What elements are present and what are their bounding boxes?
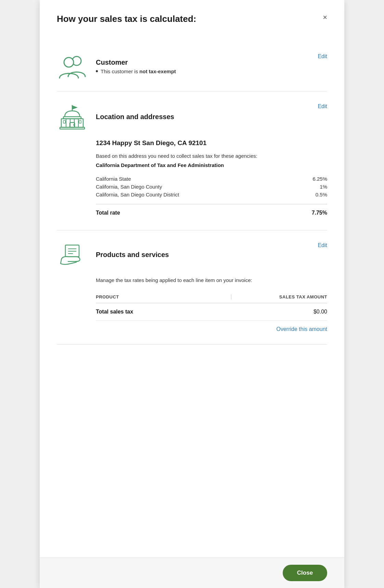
products-section-header: Products and services Edit <box>57 242 327 270</box>
customer-icon <box>57 53 88 79</box>
customer-title-area: Customer This customer is not tax-exempt <box>96 59 311 74</box>
tax-rate-row-1: California, San Diego County 1% <box>96 183 327 191</box>
col-product-header: PRODUCT <box>96 294 231 299</box>
total-rate-value: 7.75% <box>312 210 327 216</box>
tax-rate-row-0: California State 6.25% <box>96 175 327 183</box>
customer-section: Customer This customer is not tax-exempt… <box>57 41 327 91</box>
products-desc: Manage the tax rates being applied to ea… <box>96 277 327 284</box>
bullet-dot <box>96 70 98 72</box>
location-content: 1234 Happy St San Diego, CA 92101 Based … <box>96 139 327 218</box>
modal-container: How your sales tax is calculated: × <box>40 0 344 588</box>
products-edit-link[interactable]: Edit <box>311 242 327 248</box>
customer-icon-area: Customer This customer is not tax-exempt <box>57 53 311 79</box>
agency-name: California Department of Tax and Fee Adm… <box>96 162 327 168</box>
products-title: Products and services <box>96 251 311 259</box>
location-section-header: Location and addresses Edit <box>57 103 327 132</box>
products-icon <box>57 242 88 270</box>
svg-point-10 <box>73 125 74 126</box>
override-link[interactable]: Override this amount <box>276 326 327 332</box>
modal-title: How your sales tax is calculated: <box>57 14 196 24</box>
products-title-area: Products and services <box>96 251 311 261</box>
tax-rate-label-0: California State <box>96 176 131 182</box>
customer-edit-link[interactable]: Edit <box>311 53 327 60</box>
tax-rate-label-1: California, San Diego County <box>96 184 162 190</box>
row-tax-0: $0.00 <box>231 309 327 315</box>
col-tax-header: SALES TAX AMOUNT <box>231 294 327 299</box>
svg-rect-13 <box>79 120 81 123</box>
customer-title: Customer <box>96 59 311 66</box>
products-icon-area: Products and services <box>57 242 311 270</box>
products-table-header: PRODUCT SALES TAX AMOUNT <box>96 294 327 303</box>
location-icon <box>57 103 88 132</box>
products-section: Products and services Edit Manage the ta… <box>57 230 327 345</box>
location-address: 1234 Happy St San Diego, CA 92101 <box>96 139 327 147</box>
location-icon-area: Location and addresses <box>57 103 311 132</box>
products-content: Manage the tax rates being applied to ea… <box>96 277 327 333</box>
modal-header: How your sales tax is calculated: × <box>57 14 327 24</box>
customer-status-text: This customer is not tax-exempt <box>101 68 176 74</box>
location-title: Location and addresses <box>96 113 311 121</box>
svg-point-1 <box>64 57 74 67</box>
location-section: Location and addresses Edit 1234 Happy S… <box>57 91 327 230</box>
tax-rate-value-2: 0.5% <box>316 192 327 197</box>
total-rate-label: Total rate <box>96 210 120 216</box>
table-row: Total sales tax $0.00 <box>96 303 327 321</box>
close-button[interactable]: Close <box>283 565 327 581</box>
tax-rate-row-2: California, San Diego County District 0.… <box>96 191 327 199</box>
customer-section-header: Customer This customer is not tax-exempt… <box>57 53 327 79</box>
override-link-row: Override this amount <box>96 326 327 332</box>
modal-footer: Close <box>40 558 344 588</box>
svg-rect-11 <box>60 127 85 129</box>
row-product-0: Total sales tax <box>96 309 231 315</box>
tax-rates-table: California State 6.25% California, San D… <box>96 175 327 199</box>
tax-rate-value-1: 1% <box>320 184 327 190</box>
customer-status: This customer is not tax-exempt <box>96 68 311 74</box>
close-icon[interactable]: × <box>323 14 327 21</box>
location-edit-link[interactable]: Edit <box>311 103 327 110</box>
tax-rate-value-0: 6.25% <box>312 176 327 182</box>
tax-rate-label-2: California, San Diego County District <box>96 192 179 197</box>
total-rate-row: Total rate 7.75% <box>96 208 327 218</box>
location-desc: Based on this address you need to collec… <box>96 152 327 160</box>
location-title-area: Location and addresses <box>96 113 311 123</box>
tax-rates-divider <box>96 204 327 204</box>
svg-rect-12 <box>63 120 65 123</box>
